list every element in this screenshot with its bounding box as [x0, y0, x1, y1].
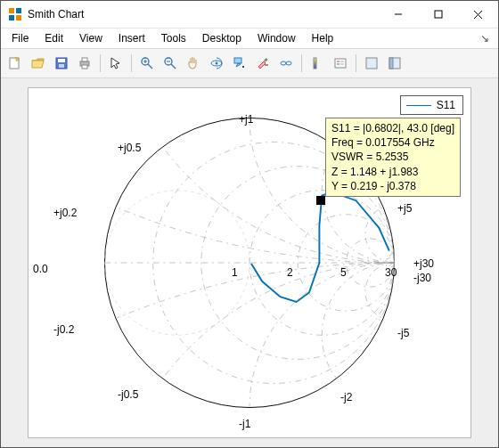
menu-window[interactable]: Window [250, 30, 303, 46]
label-nj2: -j2 [340, 391, 352, 403]
open-button[interactable] [28, 53, 49, 74]
link-data-button[interactable] [275, 53, 297, 74]
svg-rect-38 [389, 58, 393, 69]
toolbar-separator [100, 54, 101, 72]
svg-rect-31 [335, 59, 346, 68]
brush-button[interactable] [252, 53, 274, 74]
svg-point-26 [242, 66, 244, 68]
datatip[interactable]: S11 = |0.6802|, 43.0 [deg] Freq = 0.0175… [325, 118, 461, 197]
svg-point-49 [29, 263, 470, 437]
label-nj02: -j0.2 [53, 323, 74, 336]
toolbar-separator [356, 54, 356, 72]
save-button[interactable] [51, 53, 72, 74]
datatip-line: VSWR = 5.2535 [331, 150, 454, 164]
svg-point-29 [286, 61, 291, 65]
menu-help[interactable]: Help [305, 30, 341, 46]
pan-button[interactable] [183, 53, 204, 74]
label-pj30: +j30 [413, 257, 434, 270]
hide-plot-tools-button[interactable] [361, 53, 382, 74]
svg-rect-12 [59, 64, 64, 68]
colorbar-button[interactable] [307, 53, 328, 74]
toolbar-separator [131, 54, 132, 72]
svg-rect-5 [435, 11, 442, 18]
legend[interactable]: S11 [400, 95, 463, 115]
svg-rect-2 [9, 15, 14, 20]
svg-rect-25 [234, 58, 241, 63]
label-nj5: -j5 [397, 327, 409, 339]
legend-label-s11: S11 [437, 99, 455, 111]
label-pj05: +j0.5 [118, 142, 141, 154]
toolbar [1, 48, 498, 78]
dock-icon[interactable]: ↘ [480, 32, 495, 45]
svg-point-55 [322, 263, 467, 408]
label-nj05: -j0.5 [118, 388, 138, 401]
menu-view[interactable]: View [72, 30, 110, 46]
svg-rect-1 [16, 8, 21, 13]
pointer-button[interactable] [105, 53, 127, 74]
label-nj30: -j30 [413, 272, 431, 284]
zoom-out-button[interactable] [160, 53, 181, 74]
menubar: File Edit View Insert Tools Desktop Wind… [1, 29, 498, 48]
app-window: Smith Chart File Edit View Insert Tools … [0, 0, 499, 448]
svg-rect-30 [314, 58, 316, 69]
svg-point-51 [104, 263, 470, 437]
label-zero: 0.0 [33, 263, 48, 275]
zoom-in-button[interactable] [136, 53, 158, 74]
titlebar: Smith Chart [1, 1, 498, 29]
menu-insert[interactable]: Insert [111, 30, 152, 46]
close-button[interactable] [458, 2, 498, 28]
print-button[interactable] [74, 53, 95, 74]
svg-rect-0 [9, 8, 14, 13]
datatip-line: Freq = 0.017554 GHz [331, 135, 454, 150]
label-pj02: +j0.2 [53, 207, 77, 219]
legend-button[interactable] [330, 53, 351, 74]
datatip-line: Y = 0.219 - j0.378 [331, 179, 454, 193]
svg-point-28 [281, 61, 286, 65]
datatip-button[interactable] [229, 53, 250, 74]
datatip-line: Z = 1.148 + j1.983 [331, 165, 454, 179]
svg-rect-36 [366, 58, 377, 69]
datatip-line: S11 = |0.6802|, 43.0 [deg] [331, 121, 454, 135]
svg-point-53 [250, 263, 470, 437]
label-pj1: +j1 [239, 113, 253, 126]
label-r1: 1 [232, 266, 238, 279]
menu-edit[interactable]: Edit [37, 30, 70, 46]
label-r2: 2 [287, 266, 293, 279]
menu-desktop[interactable]: Desktop [195, 30, 249, 46]
show-plot-tools-button[interactable] [384, 53, 405, 74]
label-r30: 30 [385, 266, 397, 279]
datatip-marker[interactable] [316, 196, 325, 205]
new-figure-button[interactable] [4, 53, 26, 74]
svg-point-24 [216, 62, 218, 65]
axes[interactable]: 0.0 1 2 5 30 +j0.2 -j0.2 +j0.5 -j0.5 +j1… [28, 87, 471, 438]
svg-line-21 [171, 64, 176, 69]
toolbar-separator [301, 54, 302, 72]
menu-tools[interactable]: Tools [154, 30, 193, 46]
svg-rect-15 [82, 65, 87, 69]
window-title: Smith Chart [28, 8, 84, 20]
figure-canvas[interactable]: 0.0 1 2 5 30 +j0.2 -j0.2 +j0.5 -j0.5 +j1… [1, 78, 498, 447]
minimize-button[interactable] [378, 2, 418, 28]
svg-rect-3 [16, 15, 21, 20]
svg-line-17 [148, 64, 152, 69]
maximize-button[interactable] [418, 2, 458, 28]
rotate3d-button[interactable] [206, 53, 227, 74]
label-r5: 5 [340, 266, 347, 279]
label-nj1: -j1 [239, 418, 250, 430]
menu-file[interactable]: File [4, 30, 36, 46]
app-logo-icon [8, 7, 22, 21]
label-pj5: +j5 [397, 202, 412, 215]
svg-rect-11 [58, 59, 65, 62]
legend-swatch-s11 [406, 105, 431, 106]
svg-rect-14 [82, 58, 87, 61]
